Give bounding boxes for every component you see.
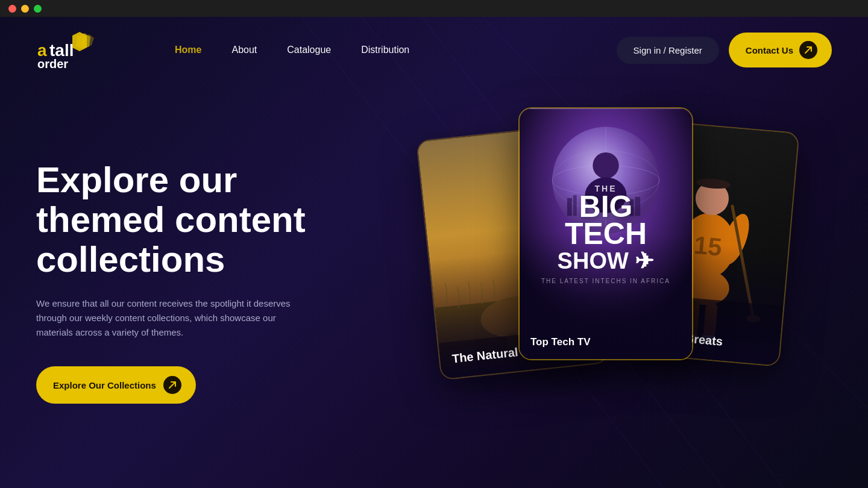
contact-label: Contact Us bbox=[746, 45, 793, 55]
tech-tech: TECH bbox=[528, 221, 683, 248]
page-wrapper: a tall order Home About Catalogue Distri… bbox=[0, 17, 868, 488]
card-tech-label: Top Tech TV bbox=[530, 336, 681, 348]
hero-title: Explore our themed content collections bbox=[36, 160, 350, 280]
tech-show-text: THE BIG TECH SHOW ✈ THE LATEST INTECHS I… bbox=[528, 184, 683, 284]
nav-links: Home About Catalogue Distribution bbox=[175, 45, 617, 55]
explore-label: Explore Our Collections bbox=[53, 380, 156, 390]
signin-button[interactable]: Sign in / Register bbox=[617, 37, 719, 64]
cards-area: The Natural World bbox=[398, 83, 868, 457]
tech-show: SHOW ✈ bbox=[528, 248, 683, 274]
mac-minimize-dot[interactable] bbox=[21, 5, 29, 13]
mac-close-dot[interactable] bbox=[8, 5, 16, 13]
nav-catalogue[interactable]: Catalogue bbox=[287, 45, 331, 55]
navbar: a tall order Home About Catalogue Distri… bbox=[0, 17, 868, 83]
svg-point-26 bbox=[593, 152, 618, 178]
card-tech-label-area: Top Tech TV bbox=[530, 336, 681, 348]
nav-home[interactable]: Home bbox=[175, 45, 201, 55]
card-tech-show[interactable]: THE BIG TECH SHOW ✈ THE LATEST INTECHS I… bbox=[518, 107, 693, 360]
contact-arrow-icon bbox=[799, 41, 817, 59]
nav-actions: Sign in / Register Contact Us bbox=[617, 33, 832, 67]
hero-text-area: Explore our themed content collections W… bbox=[36, 148, 350, 404]
nav-distribution[interactable]: Distribution bbox=[361, 45, 409, 55]
logo-area[interactable]: a tall order bbox=[36, 31, 102, 70]
hero-description: We ensure that all our content receives … bbox=[36, 296, 313, 340]
explore-arrow-icon bbox=[163, 376, 181, 394]
mac-maximize-dot[interactable] bbox=[34, 5, 42, 13]
tech-subtitle: THE LATEST INTECHS IN AFRICA bbox=[528, 278, 683, 284]
mac-titlebar bbox=[0, 0, 868, 17]
nav-about[interactable]: About bbox=[231, 45, 257, 55]
hero-section: Explore our themed content collections W… bbox=[0, 83, 868, 457]
contact-button[interactable]: Contact Us bbox=[729, 33, 832, 67]
explore-button[interactable]: Explore Our Collections bbox=[36, 366, 196, 404]
svg-text:order: order bbox=[37, 57, 68, 70]
logo-icon: a tall order bbox=[36, 31, 102, 70]
